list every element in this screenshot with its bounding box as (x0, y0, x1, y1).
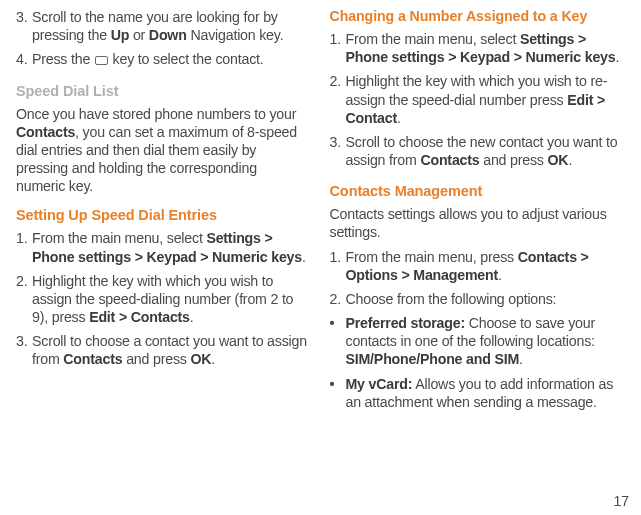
list-number: 1. (330, 248, 346, 284)
step-text: Press the key to select the contact. (32, 50, 308, 68)
step-text: From the main menu, press Contacts > Opt… (346, 248, 622, 284)
step-text: Highlight the key with which you wish to… (32, 272, 308, 327)
left-column: 3. Scroll to the name you are looking fo… (16, 8, 308, 417)
list-number: 2. (16, 272, 32, 327)
heading-changing-number: Changing a Number Assigned to a Key (330, 8, 622, 24)
list-number: 4. (16, 50, 32, 68)
bullet-my-vcard: • My vCard: Allows you to add informatio… (330, 375, 622, 411)
list-number: 3. (16, 8, 32, 44)
heading-contacts-management: Contacts Management (330, 183, 622, 199)
bullet-icon: • (330, 375, 346, 411)
bullet-preferred-storage: • Preferred storage: Choose to save your… (330, 314, 622, 369)
step-4: 4. Press the key to select the contact. (16, 50, 308, 68)
change-step-2: 2. Highlight the key with which you wish… (330, 72, 622, 127)
page-number: 17 (613, 493, 629, 509)
step-text: Highlight the key with which you wish to… (346, 72, 622, 127)
list-number: 3. (16, 332, 32, 368)
heading-setting-up-speed-dial: Setting Up Speed Dial Entries (16, 207, 308, 223)
list-number: 2. (330, 72, 346, 127)
heading-speed-dial-list: Speed Dial List (16, 83, 308, 99)
bullet-text: Preferred storage: Choose to save your c… (346, 314, 622, 369)
mgmt-step-2: 2. Choose from the following options: (330, 290, 622, 308)
list-number: 2. (330, 290, 346, 308)
change-step-1: 1. From the main menu, select Settings >… (330, 30, 622, 66)
list-number: 1. (16, 229, 32, 265)
contacts-mgmt-paragraph: Contacts settings allows you to adjust v… (330, 205, 622, 241)
step-text: Choose from the following options: (346, 290, 622, 308)
change-step-3: 3. Scroll to choose the new contact you … (330, 133, 622, 169)
list-number: 1. (330, 30, 346, 66)
step-3: 3. Scroll to the name you are looking fo… (16, 8, 308, 44)
setup-step-2: 2. Highlight the key with which you wish… (16, 272, 308, 327)
step-text: From the main menu, select Settings > Ph… (346, 30, 622, 66)
setup-step-3: 3. Scroll to choose a contact you want t… (16, 332, 308, 368)
list-number: 3. (330, 133, 346, 169)
step-text: Scroll to choose the new contact you wan… (346, 133, 622, 169)
bullet-icon: • (330, 314, 346, 369)
right-column: Changing a Number Assigned to a Key 1. F… (330, 8, 622, 417)
setup-step-1: 1. From the main menu, select Settings >… (16, 229, 308, 265)
key-icon (95, 56, 108, 65)
bullet-text: My vCard: Allows you to add information … (346, 375, 622, 411)
step-text: From the main menu, select Settings > Ph… (32, 229, 308, 265)
step-text: Scroll to choose a contact you want to a… (32, 332, 308, 368)
step-text: Scroll to the name you are looking for b… (32, 8, 308, 44)
speed-dial-paragraph: Once you have stored phone numbers to yo… (16, 105, 308, 196)
mgmt-step-1: 1. From the main menu, press Contacts > … (330, 248, 622, 284)
